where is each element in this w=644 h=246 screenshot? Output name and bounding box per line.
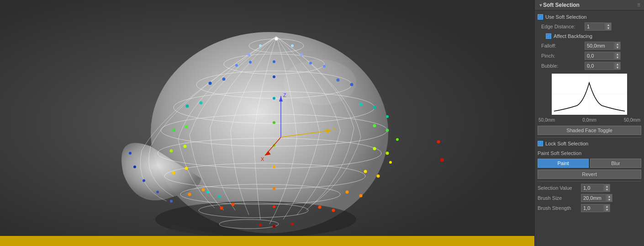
selection-value-row: Selection Value ▲▼ bbox=[538, 183, 641, 193]
panel-drag-handle: ⠿ bbox=[637, 3, 640, 8]
bottom-status-bar bbox=[0, 236, 534, 246]
selection-value-label: Selection Value bbox=[538, 185, 581, 191]
svg-point-72 bbox=[218, 195, 221, 198]
svg-point-27 bbox=[273, 75, 275, 78]
brush-strength-input[interactable] bbox=[581, 204, 604, 212]
svg-point-63 bbox=[291, 223, 294, 225]
edge-distance-up[interactable]: ▲▼ bbox=[605, 22, 612, 31]
svg-point-70 bbox=[170, 200, 173, 203]
pinch-spinner[interactable]: ▲▼ bbox=[585, 52, 621, 60]
svg-point-57 bbox=[318, 206, 322, 209]
falloff-label: Falloff: bbox=[541, 43, 585, 48]
svg-point-82 bbox=[283, 59, 356, 105]
brush-strength-spinner[interactable]: ▲▼ bbox=[581, 204, 610, 212]
revert-button[interactable]: Revert bbox=[538, 170, 641, 179]
edge-distance-row: Edge Distance: ▲▼ bbox=[541, 21, 641, 32]
svg-point-46 bbox=[364, 170, 367, 173]
bubble-up[interactable]: ▲▼ bbox=[614, 62, 621, 70]
svg-point-32 bbox=[273, 97, 275, 100]
svg-point-60 bbox=[273, 205, 275, 208]
svg-point-26 bbox=[222, 78, 226, 81]
edge-distance-label: Edge Distance: bbox=[541, 24, 585, 29]
pinch-up[interactable]: ▲▼ bbox=[614, 52, 621, 60]
svg-point-43 bbox=[184, 145, 187, 148]
svg-point-31 bbox=[200, 102, 203, 105]
pinch-row: Pinch: ▲▼ bbox=[541, 51, 641, 61]
svg-point-51 bbox=[359, 194, 363, 198]
edge-distance-input[interactable] bbox=[585, 22, 605, 31]
svg-point-35 bbox=[373, 124, 376, 128]
svg-point-50 bbox=[389, 161, 392, 164]
brush-size-up[interactable]: ▲▼ bbox=[606, 194, 612, 202]
bubble-label: Bubble: bbox=[541, 63, 585, 69]
soft-selection-panel: ▼ Soft Selection ⠿ Use Soft Selection Ed… bbox=[534, 0, 644, 246]
svg-point-71 bbox=[206, 191, 209, 193]
affect-backfacing-row[interactable]: Affect Backfacing bbox=[546, 32, 641, 41]
brush-size-row: Brush Size ▲▼ bbox=[538, 193, 641, 203]
use-soft-selection-label: Use Soft Selection bbox=[545, 14, 587, 20]
falloff-graph[interactable] bbox=[552, 74, 627, 115]
shaded-face-toggle-button[interactable]: Shaded Face Toggle bbox=[538, 126, 641, 135]
svg-point-54 bbox=[202, 188, 205, 192]
svg-point-34 bbox=[386, 129, 389, 132]
svg-point-64 bbox=[259, 224, 262, 226]
selection-value-input[interactable] bbox=[581, 184, 604, 192]
lock-soft-selection-checkbox[interactable] bbox=[538, 141, 543, 146]
svg-point-21 bbox=[249, 61, 252, 64]
svg-text:Y: Y bbox=[333, 127, 336, 133]
svg-point-38 bbox=[273, 121, 275, 124]
svg-point-53 bbox=[188, 193, 191, 196]
graph-left-label: 50,0mm bbox=[538, 118, 555, 123]
svg-point-42 bbox=[170, 150, 173, 153]
blur-button[interactable]: Blur bbox=[590, 159, 641, 168]
svg-point-62 bbox=[437, 140, 440, 144]
paint-button[interactable]: Paint bbox=[538, 159, 589, 168]
brush-strength-up[interactable]: ▲▼ bbox=[604, 204, 610, 212]
divider-2 bbox=[538, 181, 641, 182]
lock-soft-selection-row[interactable]: Lock Soft Selection bbox=[538, 139, 641, 148]
paint-soft-selection-label: Paint Soft Selection bbox=[538, 149, 581, 157]
svg-point-36 bbox=[172, 129, 175, 132]
svg-point-28 bbox=[373, 106, 376, 109]
graph-center-label: 0,0mm bbox=[582, 118, 596, 123]
svg-text:Z: Z bbox=[283, 92, 286, 98]
falloff-row: Falloff: ▲▼ bbox=[541, 41, 641, 51]
brush-size-spinner[interactable]: ▲▼ bbox=[581, 194, 612, 202]
affect-backfacing-label: Affect Backfacing bbox=[554, 33, 592, 39]
svg-point-14 bbox=[291, 44, 294, 47]
svg-point-37 bbox=[185, 125, 188, 128]
bubble-row: Bubble: ▲▼ bbox=[541, 61, 641, 71]
svg-point-68 bbox=[143, 179, 145, 182]
pinch-label: Pinch: bbox=[541, 53, 585, 59]
paint-blur-row: Paint Blur bbox=[538, 159, 641, 168]
brush-size-input[interactable] bbox=[581, 194, 606, 202]
panel-header[interactable]: ▼ Soft Selection ⠿ bbox=[535, 0, 644, 11]
falloff-up[interactable]: ▲▼ bbox=[614, 42, 621, 50]
divider-1 bbox=[538, 137, 641, 138]
svg-point-69 bbox=[156, 191, 159, 193]
use-soft-selection-checkbox[interactable] bbox=[538, 14, 543, 20]
edge-distance-spinner[interactable]: ▲▼ bbox=[585, 22, 612, 31]
svg-point-25 bbox=[209, 82, 212, 85]
svg-point-52 bbox=[346, 191, 349, 194]
svg-point-65 bbox=[273, 225, 275, 228]
collapse-arrow: ▼ bbox=[538, 3, 543, 8]
3d-viewport[interactable]: Z Y X bbox=[0, 0, 534, 246]
selection-value-spinner[interactable]: ▲▼ bbox=[581, 184, 610, 192]
svg-text:X: X bbox=[261, 156, 264, 162]
svg-point-48 bbox=[185, 167, 188, 170]
bubble-spinner[interactable]: ▲▼ bbox=[585, 62, 621, 70]
graph-right-label: 50,0mm bbox=[624, 118, 640, 123]
brush-strength-label: Brush Strength bbox=[538, 205, 581, 211]
bubble-input[interactable] bbox=[585, 62, 614, 70]
selection-value-up[interactable]: ▲▼ bbox=[604, 184, 610, 192]
graph-labels: 50,0mm 0,0mm 50,0mm bbox=[538, 118, 641, 123]
falloff-input[interactable] bbox=[585, 42, 614, 50]
falloff-spinner[interactable]: ▲▼ bbox=[585, 42, 621, 50]
affect-backfacing-checkbox[interactable] bbox=[546, 33, 551, 39]
use-soft-selection-row[interactable]: Use Soft Selection bbox=[538, 12, 641, 21]
panel-body: Use Soft Selection Edge Distance: ▲▼ Aff… bbox=[535, 11, 644, 246]
panel-title: Soft Selection bbox=[543, 2, 580, 8]
pinch-input[interactable] bbox=[585, 52, 614, 60]
svg-point-61 bbox=[440, 158, 444, 162]
